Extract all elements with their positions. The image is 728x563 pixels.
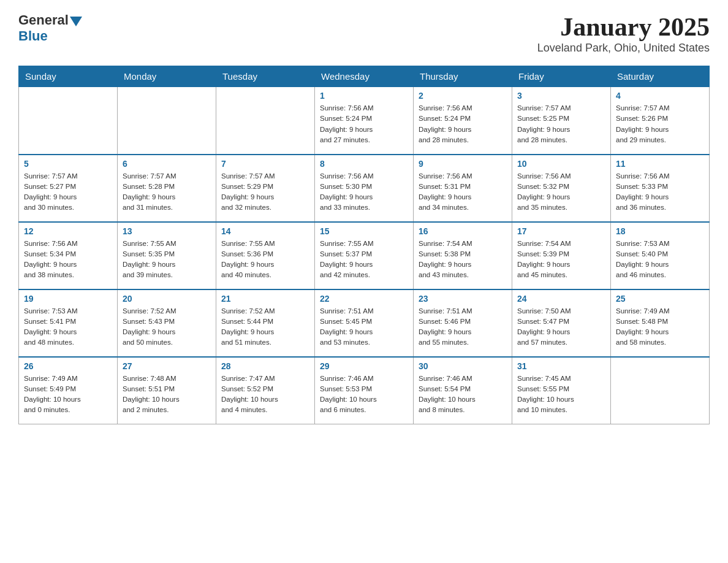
calendar-cell: 17Sunrise: 7:54 AM Sunset: 5:39 PM Dayli… <box>512 222 611 289</box>
calendar-cell: 30Sunrise: 7:46 AM Sunset: 5:54 PM Dayli… <box>414 357 512 424</box>
calendar-header-monday: Monday <box>118 66 216 87</box>
logo: General Blue <box>18 12 82 44</box>
day-info: Sunrise: 7:51 AM Sunset: 5:46 PM Dayligh… <box>419 306 507 348</box>
day-number: 15 <box>320 226 408 236</box>
day-info: Sunrise: 7:56 AM Sunset: 5:24 PM Dayligh… <box>419 103 507 145</box>
calendar-cell: 2Sunrise: 7:56 AM Sunset: 5:24 PM Daylig… <box>414 87 512 155</box>
day-info: Sunrise: 7:57 AM Sunset: 5:27 PM Dayligh… <box>24 171 112 213</box>
calendar-header-row: SundayMondayTuesdayWednesdayThursdayFrid… <box>19 66 710 87</box>
calendar-cell: 5Sunrise: 7:57 AM Sunset: 5:27 PM Daylig… <box>19 155 118 222</box>
logo-arrow-icon <box>70 17 82 26</box>
day-info: Sunrise: 7:57 AM Sunset: 5:25 PM Dayligh… <box>517 103 605 145</box>
day-info: Sunrise: 7:49 AM Sunset: 5:48 PM Dayligh… <box>616 306 704 348</box>
calendar-cell <box>611 357 710 424</box>
day-info: Sunrise: 7:56 AM Sunset: 5:30 PM Dayligh… <box>320 171 408 213</box>
day-info: Sunrise: 7:56 AM Sunset: 5:33 PM Dayligh… <box>616 171 704 213</box>
day-info: Sunrise: 7:53 AM Sunset: 5:41 PM Dayligh… <box>24 306 112 348</box>
day-info: Sunrise: 7:45 AM Sunset: 5:55 PM Dayligh… <box>517 373 605 416</box>
calendar-header-friday: Friday <box>512 66 611 87</box>
calendar-cell: 20Sunrise: 7:52 AM Sunset: 5:43 PM Dayli… <box>118 289 216 357</box>
day-info: Sunrise: 7:50 AM Sunset: 5:47 PM Dayligh… <box>517 306 605 348</box>
day-info: Sunrise: 7:54 AM Sunset: 5:39 PM Dayligh… <box>517 239 605 281</box>
calendar-cell: 6Sunrise: 7:57 AM Sunset: 5:28 PM Daylig… <box>118 155 216 222</box>
day-number: 26 <box>24 361 112 371</box>
calendar-header-saturday: Saturday <box>611 66 710 87</box>
day-info: Sunrise: 7:46 AM Sunset: 5:54 PM Dayligh… <box>419 373 507 416</box>
day-number: 31 <box>517 361 605 371</box>
day-number: 17 <box>517 226 605 236</box>
day-number: 20 <box>123 294 211 304</box>
day-number: 16 <box>419 226 507 236</box>
day-number: 13 <box>123 226 211 236</box>
calendar-cell: 16Sunrise: 7:54 AM Sunset: 5:38 PM Dayli… <box>414 222 512 289</box>
day-number: 6 <box>123 159 211 169</box>
calendar-table: SundayMondayTuesdayWednesdayThursdayFrid… <box>18 66 710 424</box>
calendar-cell: 3Sunrise: 7:57 AM Sunset: 5:25 PM Daylig… <box>512 87 611 155</box>
day-info: Sunrise: 7:56 AM Sunset: 5:34 PM Dayligh… <box>24 239 112 281</box>
calendar-cell: 1Sunrise: 7:56 AM Sunset: 5:24 PM Daylig… <box>315 87 414 155</box>
page-subtitle: Loveland Park, Ohio, United States <box>537 42 710 55</box>
day-info: Sunrise: 7:52 AM Sunset: 5:44 PM Dayligh… <box>221 306 309 348</box>
calendar-cell: 4Sunrise: 7:57 AM Sunset: 5:26 PM Daylig… <box>611 87 710 155</box>
day-info: Sunrise: 7:46 AM Sunset: 5:53 PM Dayligh… <box>320 373 408 416</box>
logo-blue-text: Blue <box>18 28 82 44</box>
calendar-cell: 8Sunrise: 7:56 AM Sunset: 5:30 PM Daylig… <box>315 155 414 222</box>
day-number: 2 <box>419 91 507 101</box>
calendar-cell: 28Sunrise: 7:47 AM Sunset: 5:52 PM Dayli… <box>216 357 315 424</box>
calendar-cell: 14Sunrise: 7:55 AM Sunset: 5:36 PM Dayli… <box>216 222 315 289</box>
day-info: Sunrise: 7:47 AM Sunset: 5:52 PM Dayligh… <box>221 373 309 416</box>
calendar-cell: 9Sunrise: 7:56 AM Sunset: 5:31 PM Daylig… <box>414 155 512 222</box>
day-number: 11 <box>616 159 704 169</box>
calendar-cell: 15Sunrise: 7:55 AM Sunset: 5:37 PM Dayli… <box>315 222 414 289</box>
calendar-cell <box>216 87 315 155</box>
calendar-cell: 22Sunrise: 7:51 AM Sunset: 5:45 PM Dayli… <box>315 289 414 357</box>
day-number: 18 <box>616 226 704 236</box>
day-info: Sunrise: 7:57 AM Sunset: 5:26 PM Dayligh… <box>616 103 704 145</box>
day-number: 9 <box>419 159 507 169</box>
calendar-cell: 10Sunrise: 7:56 AM Sunset: 5:32 PM Dayli… <box>512 155 611 222</box>
day-info: Sunrise: 7:55 AM Sunset: 5:36 PM Dayligh… <box>221 239 309 281</box>
calendar-header-wednesday: Wednesday <box>315 66 414 87</box>
calendar-cell: 25Sunrise: 7:49 AM Sunset: 5:48 PM Dayli… <box>611 289 710 357</box>
day-number: 28 <box>221 361 309 371</box>
calendar-cell: 24Sunrise: 7:50 AM Sunset: 5:47 PM Dayli… <box>512 289 611 357</box>
day-info: Sunrise: 7:55 AM Sunset: 5:35 PM Dayligh… <box>123 239 211 281</box>
day-info: Sunrise: 7:48 AM Sunset: 5:51 PM Dayligh… <box>123 373 211 416</box>
calendar-week-row: 5Sunrise: 7:57 AM Sunset: 5:27 PM Daylig… <box>19 155 710 222</box>
day-info: Sunrise: 7:56 AM Sunset: 5:31 PM Dayligh… <box>419 171 507 213</box>
day-number: 25 <box>616 294 704 304</box>
day-number: 8 <box>320 159 408 169</box>
page-header: General Blue January 2025 Loveland Park,… <box>18 12 710 55</box>
day-number: 30 <box>419 361 507 371</box>
day-number: 24 <box>517 294 605 304</box>
day-info: Sunrise: 7:57 AM Sunset: 5:29 PM Dayligh… <box>221 171 309 213</box>
day-number: 4 <box>616 91 704 101</box>
day-number: 19 <box>24 294 112 304</box>
logo-general-text: General <box>18 12 69 28</box>
day-info: Sunrise: 7:55 AM Sunset: 5:37 PM Dayligh… <box>320 239 408 281</box>
day-info: Sunrise: 7:53 AM Sunset: 5:40 PM Dayligh… <box>616 239 704 281</box>
day-number: 7 <box>221 159 309 169</box>
calendar-cell: 26Sunrise: 7:49 AM Sunset: 5:49 PM Dayli… <box>19 357 118 424</box>
calendar-cell: 19Sunrise: 7:53 AM Sunset: 5:41 PM Dayli… <box>19 289 118 357</box>
calendar-cell <box>19 87 118 155</box>
calendar-cell: 7Sunrise: 7:57 AM Sunset: 5:29 PM Daylig… <box>216 155 315 222</box>
day-info: Sunrise: 7:51 AM Sunset: 5:45 PM Dayligh… <box>320 306 408 348</box>
calendar-header-tuesday: Tuesday <box>216 66 315 87</box>
day-number: 14 <box>221 226 309 236</box>
calendar-cell: 13Sunrise: 7:55 AM Sunset: 5:35 PM Dayli… <box>118 222 216 289</box>
day-info: Sunrise: 7:56 AM Sunset: 5:24 PM Dayligh… <box>320 103 408 145</box>
day-info: Sunrise: 7:54 AM Sunset: 5:38 PM Dayligh… <box>419 239 507 281</box>
day-number: 10 <box>517 159 605 169</box>
calendar-week-row: 1Sunrise: 7:56 AM Sunset: 5:24 PM Daylig… <box>19 87 710 155</box>
day-number: 29 <box>320 361 408 371</box>
calendar-cell: 23Sunrise: 7:51 AM Sunset: 5:46 PM Dayli… <box>414 289 512 357</box>
page-title: January 2025 <box>537 12 710 42</box>
day-number: 5 <box>24 159 112 169</box>
calendar-week-row: 26Sunrise: 7:49 AM Sunset: 5:49 PM Dayli… <box>19 357 710 424</box>
calendar-cell: 21Sunrise: 7:52 AM Sunset: 5:44 PM Dayli… <box>216 289 315 357</box>
day-info: Sunrise: 7:52 AM Sunset: 5:43 PM Dayligh… <box>123 306 211 348</box>
day-number: 27 <box>123 361 211 371</box>
day-number: 1 <box>320 91 408 101</box>
calendar-week-row: 12Sunrise: 7:56 AM Sunset: 5:34 PM Dayli… <box>19 222 710 289</box>
